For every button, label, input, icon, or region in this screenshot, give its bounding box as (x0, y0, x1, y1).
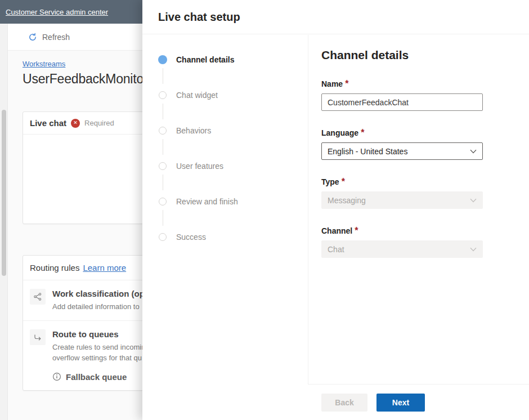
step-label: Review and finish (176, 197, 238, 206)
scrollbar-thumb[interactable] (2, 110, 6, 276)
step-dot-icon (159, 198, 167, 205)
channel-label-text: Channel (321, 226, 352, 235)
route-to-queues-text: Route to queues Create rules to send inc… (52, 329, 142, 382)
chevron-down-icon (470, 198, 477, 203)
route-to-queues-item[interactable]: Route to queues Create rules to send inc… (23, 321, 142, 390)
required-asterisk: * (345, 79, 348, 88)
type-label: Type* (321, 177, 483, 187)
step-user-features[interactable]: User features (158, 162, 308, 197)
learn-more-link[interactable]: Learn more (83, 263, 126, 272)
work-classification-text: Work classification (opti Add detailed i… (52, 289, 142, 312)
language-label: Language* (321, 128, 483, 138)
language-label-text: Language (321, 128, 358, 137)
step-channel-details[interactable]: Channel details (158, 55, 308, 91)
page-title: UserFeedbackMonitorS (23, 72, 142, 87)
page-scrollbar[interactable] (0, 24, 8, 420)
background-page: Customer Service admin center Refresh Wo… (0, 0, 142, 420)
language-field-group: Language* English - United States (321, 128, 483, 160)
app-title-link[interactable]: Customer Service admin center (6, 8, 108, 16)
info-icon (52, 372, 61, 381)
route-to-queues-icon (30, 329, 46, 345)
work-classification-title: Work classification (opti (52, 289, 142, 298)
breadcrumb-workstreams[interactable]: Workstreams (23, 60, 65, 68)
step-label: User features (176, 162, 223, 171)
live-chat-card-title: Live chat (30, 118, 66, 128)
app-header-bar: Customer Service admin center (0, 0, 142, 24)
required-status-badge: Required (84, 119, 114, 127)
name-label: Name* (321, 79, 483, 89)
form-heading: Channel details (321, 48, 529, 62)
required-asterisk: * (355, 226, 358, 235)
step-dot-icon (159, 233, 167, 241)
work-classification-description: Add detailed information to (52, 302, 142, 312)
fallback-queue-link[interactable]: Fallback queue (52, 372, 142, 382)
name-label-text: Name (321, 79, 343, 88)
refresh-icon[interactable] (28, 33, 37, 42)
refresh-button[interactable]: Refresh (42, 33, 70, 42)
work-classification-item[interactable]: Work classification (opti Add detailed i… (23, 280, 142, 321)
required-asterisk: * (342, 177, 345, 186)
route-to-queues-description-line1: Create rules to send incomin (52, 342, 142, 352)
page-content: Workstreams UserFeedbackMonitorS Live ch… (23, 59, 142, 391)
routing-rules-header: Routing rules Learn more (23, 256, 142, 280)
step-label: Channel details (176, 55, 234, 64)
channel-dropdown-value: Chat (328, 245, 344, 254)
required-asterisk: * (361, 128, 364, 137)
panel-header: Live chat setup (142, 0, 529, 34)
back-button[interactable]: Back (321, 394, 367, 412)
route-to-queues-description-line2: overflow settings for that qu (52, 353, 142, 363)
routing-rules-card: Routing rules Learn more Work classifica (23, 255, 142, 391)
channel-details-form: Channel details Name* Language* English … (308, 35, 529, 420)
step-chat-widget[interactable]: Chat widget (158, 91, 308, 126)
panel-body: Channel details Chat widget Behaviors Us… (142, 35, 529, 420)
name-input[interactable] (321, 93, 483, 111)
route-to-queues-title: Route to queues (52, 329, 142, 339)
step-dot-icon (159, 162, 167, 170)
step-dot-active-icon (158, 55, 167, 64)
step-label: Chat widget (176, 91, 218, 100)
step-success[interactable]: Success (158, 233, 308, 268)
step-behaviors[interactable]: Behaviors (158, 126, 308, 162)
step-label: Success (176, 233, 206, 242)
type-dropdown-value: Messaging (328, 196, 366, 205)
channel-dropdown-disabled: Chat (321, 240, 483, 258)
type-field-group: Type* Messaging (321, 177, 483, 209)
wizard-steps: Channel details Chat widget Behaviors Us… (142, 35, 308, 420)
step-label: Behaviors (176, 126, 211, 135)
channel-label: Channel* (321, 226, 483, 236)
type-label-text: Type (321, 177, 339, 186)
fallback-queue-label: Fallback queue (66, 372, 127, 382)
channel-field-group: Channel* Chat (321, 226, 483, 258)
panel-title: Live chat setup (158, 11, 240, 24)
step-review-and-finish[interactable]: Review and finish (158, 197, 308, 233)
screen: Customer Service admin center Refresh Wo… (0, 0, 529, 420)
language-dropdown-value: English - United States (328, 147, 407, 156)
next-button[interactable]: Next (376, 394, 425, 412)
type-dropdown-disabled: Messaging (321, 191, 483, 209)
step-dot-icon (159, 91, 167, 99)
language-dropdown[interactable]: English - United States (321, 142, 483, 160)
page-toolbar: Refresh (8, 24, 142, 51)
panel-footer: Back Next (308, 384, 529, 420)
error-icon: ✕ (71, 119, 80, 128)
name-field-group: Name* (321, 79, 483, 111)
routing-rules-title: Routing rules (30, 263, 79, 272)
live-chat-card: Live chat ✕ Required (23, 111, 142, 224)
work-classification-icon (30, 289, 46, 305)
live-chat-card-header: Live chat ✕ Required (23, 112, 142, 135)
step-dot-icon (159, 127, 167, 135)
live-chat-setup-panel: Live chat setup Channel details Chat wid… (142, 0, 529, 420)
chevron-down-icon (470, 149, 477, 154)
chevron-down-icon (470, 247, 477, 252)
